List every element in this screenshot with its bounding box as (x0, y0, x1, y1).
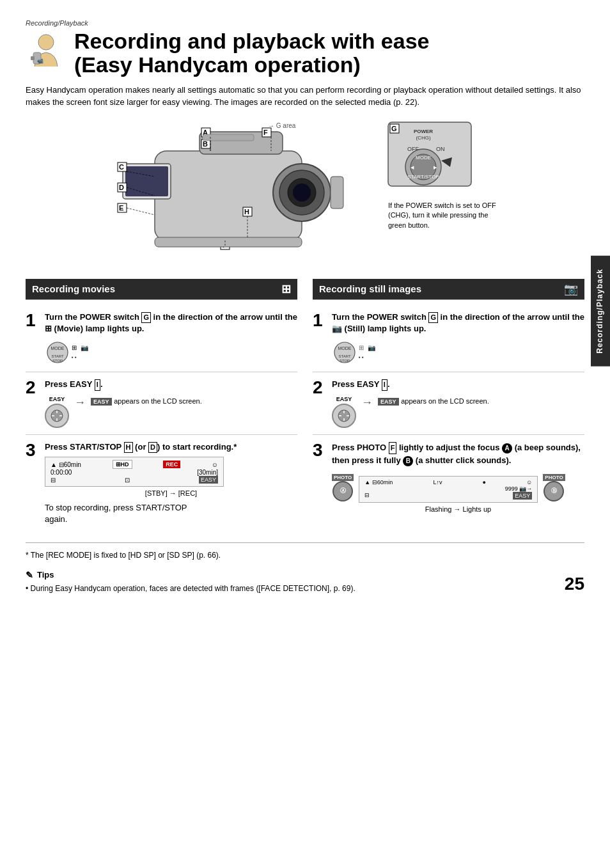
movies-step3-content: Press START/STOP H (or D) to start recor… (45, 441, 297, 526)
svg-text:→ G area: → G area (268, 122, 296, 129)
still-header-icon: 📷 (564, 282, 578, 296)
movies-step1: 1 Turn the POWER switch G in the directi… (26, 305, 297, 373)
still-divider (313, 299, 584, 300)
photo-battery: ▲ ⊟60min (364, 479, 393, 485)
photo-btn-b-wrap: PHOTO Ⓑ (543, 474, 565, 501)
photo-b-circle: Ⓑ (551, 487, 557, 495)
easy-btn-icon-still (338, 409, 350, 422)
svg-text:📷: 📷 (368, 343, 376, 352)
easy-box-still: EASY (378, 398, 399, 406)
still-step1-content: Turn the POWER switch G in the direction… (332, 312, 584, 366)
power-diagram: G POWER (CHG) OFF ON MODE START/STOP ◀ ▶… (385, 119, 506, 230)
rec-display: ▲ ⊟60min ⊞HD REC ☺ 0:00:00 [30min] ⊟ ⊡ (45, 457, 224, 487)
svg-text:POWER: POWER (414, 129, 433, 134)
photo-count: 9999 📷→ (505, 485, 533, 492)
rec-badge: ⊞HD (113, 460, 132, 469)
movies-step1-svg: MODE START STOP ⊞ 📷 ▪ ▪ (45, 340, 90, 365)
movies-step3-number: 3 (26, 441, 40, 459)
svg-text:📷: 📷 (81, 343, 89, 352)
rec-label: REC (163, 461, 180, 468)
photo-btn-a[interactable]: Ⓐ (332, 481, 353, 501)
easy-label-still: EASY (332, 396, 356, 402)
recording-movies-header: Recording movies ⊞ (26, 279, 297, 299)
svg-text:START: START (338, 354, 350, 358)
movies-step3: 3 Press START/STOP H (or D) to start rec… (26, 435, 297, 532)
photo-display-mid: 9999 📷→ (364, 485, 532, 492)
two-column: Recording movies ⊞ 1 Turn the POWER swit… (26, 279, 584, 532)
easy-button-still[interactable] (332, 404, 356, 428)
rec-smile-icon: ☺ (212, 461, 218, 468)
movies-step1-content: Turn the POWER switch G in the direction… (45, 312, 297, 366)
still-step3-number: 3 (313, 441, 327, 459)
diagram-area: A B C D E F H I (26, 119, 584, 266)
title-text: Recording and playback with ease (Easy H… (74, 29, 584, 77)
still-g-label: G (428, 312, 438, 323)
photo-easy-indicator: EASY (513, 492, 532, 500)
rec-display-top: ▲ ⊟60min ⊞HD REC ☺ (51, 460, 218, 469)
intro-text: Easy Handycam operation makes nearly all… (26, 84, 584, 109)
movies-i-label: I (95, 379, 100, 390)
photo-label-b: PHOTO (543, 474, 565, 481)
stby-to-rec: [STBY] → [REC] (45, 489, 297, 497)
movies-g-label: G (141, 312, 151, 323)
camera-diagram: A B C D E F H I (104, 119, 372, 266)
footnote: * The [REC MODE] is fixed to [HD SP] or … (26, 549, 584, 561)
svg-point-8 (293, 184, 311, 201)
movies-header-text: Recording movies (32, 283, 115, 294)
svg-text:📹: 📹 (37, 58, 43, 64)
svg-rect-11 (125, 166, 168, 196)
still-circle-a: A (502, 443, 512, 454)
stop-note-line2: again. (45, 514, 67, 524)
rec-time: 0:00:00 (51, 469, 72, 476)
svg-text:START/STOP: START/STOP (407, 174, 439, 180)
photo-tv: L↑v (433, 479, 442, 485)
rec-frame-icon: ⊡ (125, 477, 130, 484)
svg-text:⊞: ⊞ (359, 344, 364, 351)
arrow-right-still: → (361, 396, 373, 409)
easy-appears-text-still: appears on the LCD screen. (401, 397, 489, 405)
svg-text:STOP: STOP (52, 359, 63, 363)
rec-display-middle: 0:00:00 [30min] (51, 469, 218, 476)
easy-appears-still: EASY appears on the LCD screen. (378, 396, 489, 406)
svg-rect-28 (155, 237, 302, 247)
bottom-divider (26, 542, 584, 543)
easy-box-movies: EASY (91, 398, 112, 406)
easy-btn-icon (51, 409, 63, 422)
photo-btn-b[interactable]: Ⓑ (544, 481, 564, 501)
svg-point-0 (38, 35, 54, 50)
still-step2: 2 Press EASY I. EASY (313, 372, 584, 434)
rec-battery-icon: ▲ ⊟60min (51, 461, 81, 468)
svg-text:MODE: MODE (338, 346, 352, 351)
movies-h-label: H (124, 442, 133, 453)
svg-text:ON: ON (436, 146, 445, 152)
easy-appears-movies: EASY appears on the LCD screen. (91, 396, 202, 406)
easy-label-movies: EASY (45, 396, 69, 402)
camera-svg: A B C D E F H I (104, 119, 372, 266)
section-label: Recording/Playback (26, 19, 584, 27)
svg-text:G: G (391, 125, 397, 132)
page-number: 25 (565, 574, 584, 594)
svg-text:START: START (51, 354, 63, 358)
still-step1-svg: MODE START STOP ⊞ 📷 ▪ ▪ (332, 340, 377, 365)
movies-step2-number: 2 (26, 379, 40, 397)
svg-text:E: E (119, 204, 123, 212)
rec-min: [30min] (197, 469, 218, 476)
movies-step2-content: Press EASY I. EASY → (45, 379, 297, 427)
easy-button-wrap-still: EASY (332, 396, 356, 428)
photo-a-circle: Ⓐ (340, 487, 346, 495)
still-step2-content: Press EASY I. EASY → (332, 379, 584, 427)
photo-label-a: PHOTO (332, 474, 354, 481)
tips-section: ✎ Tips • During Easy Handycam operation,… (26, 570, 584, 594)
tips-text: • During Easy Handycam operation, faces … (26, 583, 584, 594)
still-f-label: F (389, 442, 397, 454)
still-step1-number: 1 (313, 312, 327, 329)
still-step1-visual: MODE START STOP ⊞ 📷 ▪ ▪ (332, 340, 584, 365)
tips-title: ✎ Tips (26, 570, 584, 580)
svg-text:H: H (244, 208, 249, 216)
easy-indicator: EASY (199, 476, 218, 484)
movies-divider (26, 299, 297, 300)
movies-d-label: D (148, 442, 157, 453)
arrow-right-movies: → (74, 396, 86, 409)
easy-button-movies[interactable] (45, 404, 69, 428)
tips-title-text: Tips (37, 570, 54, 580)
